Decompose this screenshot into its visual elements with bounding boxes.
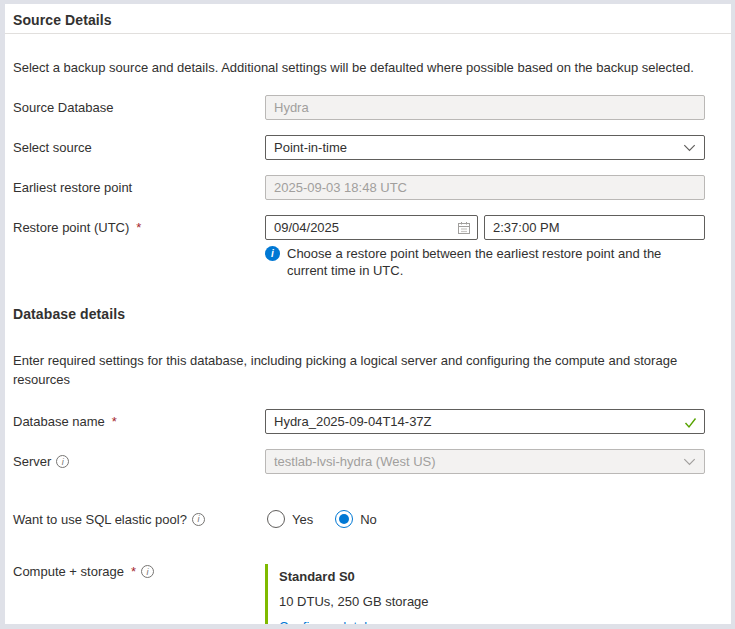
database-name-field [265, 409, 705, 434]
required-asterisk: * [136, 220, 141, 235]
elastic-pool-label: Want to use SQL elastic pool? i [13, 512, 265, 527]
source-database-input [265, 95, 705, 120]
radio-unselected-icon[interactable] [267, 510, 285, 528]
earliest-restore-input [265, 175, 705, 200]
database-name-row: Database name* [13, 409, 705, 434]
chevron-down-icon [683, 455, 696, 468]
radio-label-no: No [360, 512, 377, 527]
compute-storage-label: Compute + storage* i [13, 564, 265, 579]
elastic-pool-radio-group: Yes No [265, 510, 705, 528]
restore-point-info-note: i Choose a restore point between the ear… [265, 245, 705, 279]
info-icon: i [141, 565, 154, 578]
restore-date-field[interactable] [265, 215, 478, 240]
section-title-database-details: Database details [13, 306, 705, 322]
select-source-row: Select source Point-in-time [13, 135, 705, 160]
elastic-pool-row: Want to use SQL elastic pool? i Yes No [13, 510, 705, 528]
select-source-label: Select source [13, 140, 265, 155]
database-name-label: Database name* [13, 414, 265, 429]
source-details-panel: Source Details Select a backup source an… [5, 4, 731, 624]
earliest-restore-row: Earliest restore point [13, 175, 705, 200]
source-database-row: Source Database [13, 95, 705, 120]
select-source-value: Point-in-time [274, 140, 347, 155]
server-value: testlab-lvsi-hydra (West US) [274, 454, 436, 469]
database-details-description: Enter required settings for this databas… [13, 351, 705, 389]
elastic-pool-option-yes[interactable]: Yes [267, 510, 313, 528]
tier-name: Standard S0 [279, 564, 705, 589]
required-asterisk: * [131, 564, 136, 579]
database-name-input[interactable] [265, 409, 705, 434]
chevron-down-icon [683, 141, 696, 154]
select-source-dropdown[interactable]: Point-in-time [265, 135, 705, 160]
restore-point-row: Restore point (UTC)* [13, 215, 705, 240]
source-details-description: Select a backup source and details. Addi… [13, 59, 705, 77]
radio-selected-icon[interactable] [335, 510, 353, 528]
tier-specs: 10 DTUs, 250 GB storage [279, 589, 705, 614]
selected-tier-block: Standard S0 10 DTUs, 250 GB storage Conf… [265, 564, 705, 624]
info-icon: i [265, 246, 280, 261]
server-dropdown: testlab-lvsi-hydra (West US) [265, 449, 705, 474]
earliest-restore-label: Earliest restore point [13, 180, 265, 195]
restore-date-input[interactable] [274, 220, 457, 235]
valid-check-icon [684, 415, 697, 433]
restore-time-input[interactable] [484, 215, 705, 240]
source-database-label: Source Database [13, 100, 265, 115]
required-asterisk: * [112, 414, 117, 429]
section-title-source-details: Source Details [13, 12, 705, 28]
restore-point-info-text: Choose a restore point between the earli… [287, 245, 705, 279]
compute-storage-row: Compute + storage* i Standard S0 10 DTUs… [13, 564, 705, 624]
info-icon: i [192, 513, 205, 526]
server-row: Server i testlab-lvsi-hydra (West US) [13, 449, 705, 474]
elastic-pool-option-no[interactable]: No [335, 510, 377, 528]
configure-database-link[interactable]: Configure database [279, 614, 392, 624]
calendar-icon[interactable] [457, 221, 471, 235]
section-divider [5, 33, 731, 34]
radio-label-yes: Yes [292, 512, 313, 527]
server-label: Server i [13, 454, 265, 469]
restore-point-label: Restore point (UTC)* [13, 220, 265, 235]
info-icon: i [56, 455, 69, 468]
